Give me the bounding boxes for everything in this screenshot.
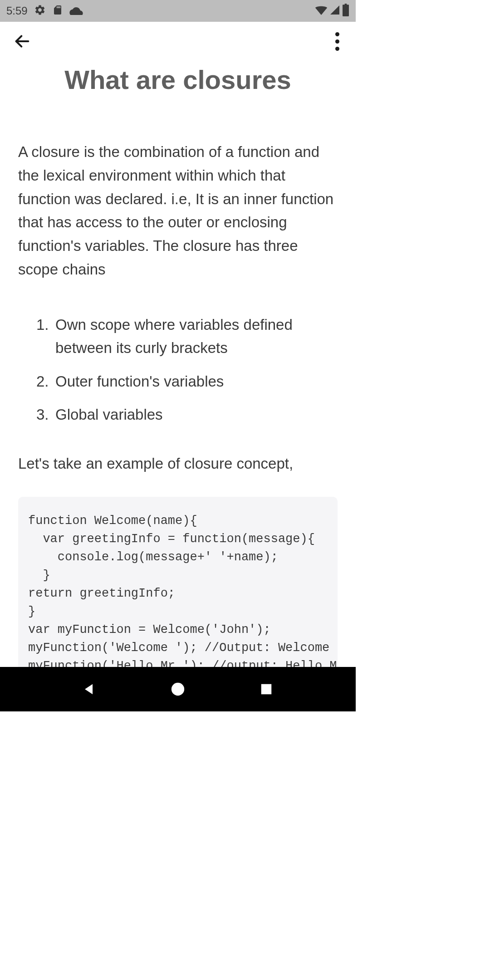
content-area[interactable]: What are closures A closure is the combi… [0, 61, 356, 667]
status-bar: 5:59 [0, 0, 356, 22]
list-number: 3. [36, 403, 55, 426]
status-right [315, 4, 349, 18]
status-left: 5:59 [6, 4, 83, 18]
list-text: Own scope where variables defined betwee… [55, 313, 338, 360]
nav-recents-button[interactable] [253, 676, 280, 703]
list-item: 3. Global variables [36, 403, 338, 426]
list-text: Outer function's variables [55, 370, 338, 393]
svg-rect-2 [261, 684, 271, 695]
intro-paragraph: A closure is the combination of a functi… [18, 140, 338, 281]
battery-icon [342, 4, 349, 18]
app-bar [0, 22, 356, 61]
arrow-left-icon [13, 32, 31, 50]
page-title: What are closures [18, 64, 338, 95]
circle-icon [170, 681, 186, 697]
nav-home-button[interactable] [164, 676, 191, 703]
back-button[interactable] [13, 32, 32, 51]
cloud-icon [69, 5, 83, 17]
list-item: 2. Outer function's variables [36, 370, 338, 393]
list-number: 2. [36, 370, 55, 393]
list-number: 1. [36, 313, 55, 360]
status-time: 5:59 [6, 5, 28, 17]
android-nav-bar [0, 667, 356, 711]
gear-icon [34, 4, 46, 18]
dot-icon [335, 39, 339, 44]
dot-icon [335, 32, 339, 36]
dot-icon [335, 47, 339, 51]
sd-card-icon [52, 5, 63, 17]
list-text: Global variables [55, 403, 338, 426]
scope-list: 1. Own scope where variables defined bet… [18, 313, 338, 426]
list-item: 1. Own scope where variables defined bet… [36, 313, 338, 360]
nav-back-button[interactable] [76, 676, 103, 703]
square-icon [260, 682, 273, 696]
svg-point-1 [172, 683, 184, 696]
wifi-icon [315, 5, 328, 17]
more-options-button[interactable] [328, 32, 347, 51]
triangle-left-icon [82, 681, 97, 697]
signal-icon [329, 5, 340, 17]
code-block: function Welcome(name){ var greetingInfo… [18, 497, 338, 667]
transition-text: Let's take an example of closure concept… [18, 452, 338, 475]
